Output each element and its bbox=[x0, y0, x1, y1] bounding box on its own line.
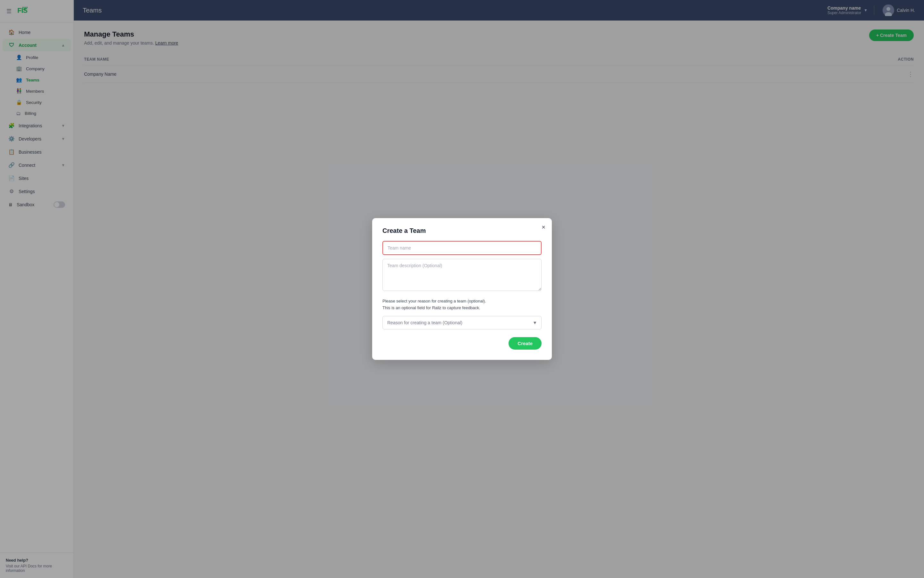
modal-help-line1: Please select your reason for creating a… bbox=[382, 299, 486, 304]
modal-title: Create a Team bbox=[382, 227, 542, 234]
modal-footer: Create bbox=[382, 337, 542, 350]
create-team-modal: Create a Team × Please select your reaso… bbox=[372, 218, 552, 360]
modal-create-button[interactable]: Create bbox=[508, 337, 542, 350]
main-content: Teams Company name Super Administrator ▼… bbox=[74, 0, 924, 578]
reason-select[interactable]: Reason for creating a team (Optional) Pr… bbox=[382, 316, 542, 330]
modal-help-line2: This is an optional field for Railz to c… bbox=[382, 305, 480, 310]
modal-close-button[interactable]: × bbox=[542, 224, 546, 230]
modal-help-text: Please select your reason for creating a… bbox=[382, 298, 542, 312]
team-name-input[interactable] bbox=[382, 241, 542, 255]
modal-overlay[interactable]: Create a Team × Please select your reaso… bbox=[74, 21, 924, 578]
reason-select-wrapper: Reason for creating a team (Optional) Pr… bbox=[382, 316, 542, 330]
page-content: Manage Teams Add, edit, and manage your … bbox=[74, 21, 924, 578]
team-description-input[interactable] bbox=[382, 259, 542, 291]
